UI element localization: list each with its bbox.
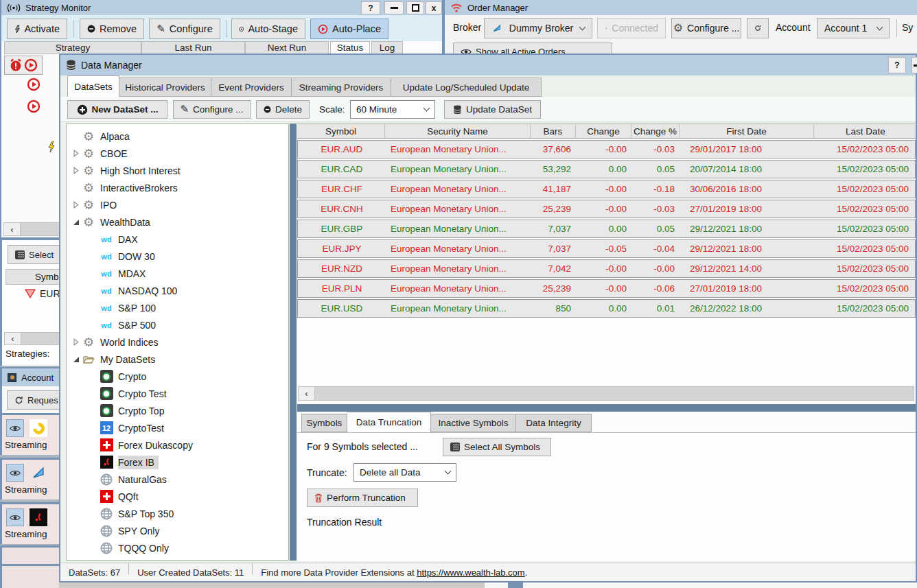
tree-item-cryptotest[interactable]: 12CryptoTest — [67, 419, 288, 436]
tree-item-crypto-top[interactable]: Crypto Top — [67, 402, 288, 419]
symbol-row[interactable]: EUR — [25, 288, 59, 299]
column-header-strategy[interactable]: Strategy — [4, 41, 141, 54]
scrollbar-track[interactable] — [315, 387, 914, 400]
symbol-row-eur-chf[interactable]: EUR.CHFEuropean Monetary Union...41,187-… — [297, 180, 916, 198]
maximize-button[interactable] — [406, 1, 424, 14]
scroll-left-icon[interactable]: ‹ — [5, 333, 21, 344]
select-all-symbols-button[interactable]: Select All Symbols — [443, 438, 551, 456]
request-button[interactable]: Reques — [7, 390, 59, 410]
scrollbar-track[interactable] — [21, 333, 59, 344]
expander-expanded-icon[interactable] — [71, 219, 82, 226]
tree-item-naturalgas[interactable]: NaturalGas — [67, 471, 288, 488]
tree-item-high-short-interest[interactable]: ⚙High Short Interest — [67, 162, 288, 179]
minimize-button[interactable] — [384, 1, 404, 14]
truncate-select[interactable]: Delete all Data — [353, 463, 456, 482]
tab-event-providers[interactable]: Event Providers — [211, 78, 292, 97]
tree-item-s-p-500[interactable]: wdS&P 500 — [67, 316, 288, 333]
tree-item-interactivebrokers[interactable]: ⚙InteractiveBrokers — [67, 179, 288, 196]
column-header-status[interactable]: Status — [330, 41, 370, 54]
dm-configure-button[interactable]: ✎ Configure ... — [173, 100, 251, 119]
tree-item-forex-ib[interactable]: Forex IB — [67, 454, 288, 471]
visibility-toggle[interactable] — [6, 419, 24, 437]
scroll-left-icon[interactable]: ‹ — [4, 223, 21, 235]
tree-item-wealthdata[interactable]: ⚙WealthData — [67, 213, 288, 231]
close-button[interactable]: x — [426, 1, 442, 14]
expander-expanded-icon[interactable] — [71, 356, 82, 363]
symbol-row-eur-cnh[interactable]: EUR.CNHEuropean Monetary Union...25,239-… — [297, 200, 916, 218]
tree-item-ipo[interactable]: ⚙IPO — [67, 196, 288, 213]
tab-streaming-providers[interactable]: Streaming Providers — [292, 78, 391, 97]
expander-collapsed-icon[interactable] — [71, 150, 82, 157]
tree-item-qqft[interactable]: QQft — [67, 488, 288, 505]
tree-item-crypto[interactable]: Crypto — [67, 368, 288, 385]
wealth-lab-link[interactable]: https://www.wealth-lab.com — [417, 567, 525, 578]
tree-item-spy-only[interactable]: SPY Only — [67, 522, 288, 539]
tab-update-log-scheduled-update[interactable]: Update Log/Scheduled Update — [391, 78, 542, 97]
horizontal-splitter[interactable] — [297, 404, 916, 412]
tree-item-s-p-top-350[interactable]: S&P Top 350 — [67, 505, 288, 522]
tab-datasets[interactable]: DataSets — [67, 75, 119, 97]
broker-select[interactable]: Dummy Broker — [484, 18, 592, 38]
auto-place-button[interactable]: Auto-Place — [310, 19, 388, 39]
column-header-log[interactable]: Log — [371, 41, 403, 54]
select-button[interactable]: Select — [8, 245, 59, 264]
symbol-row-eur-aud[interactable]: EUR.AUDEuropean Monetary Union...37,606-… — [297, 140, 916, 158]
tree-item-cboe[interactable]: ⚙CBOE — [67, 145, 288, 162]
table-horizontal-scrollbar[interactable]: ‹ — [298, 386, 914, 401]
symbol-row-eur-cad[interactable]: EUR.CADEuropean Monetary Union...53,2920… — [297, 160, 916, 178]
tab-data-integrity[interactable]: Data Integrity — [516, 414, 592, 432]
symbol-row-eur-nzd[interactable]: EUR.NZDEuropean Monetary Union...7,042-0… — [297, 259, 916, 278]
symbol-row-eur-gbp[interactable]: EUR.GBPEuropean Monetary Union...7,0370.… — [297, 220, 916, 238]
tree-item-tqqq-only[interactable]: TQQQ Only — [67, 539, 288, 556]
symbol-column-header[interactable]: Symb — [5, 269, 59, 285]
visibility-toggle[interactable] — [6, 464, 24, 482]
horizontal-scrollbar[interactable]: ‹ — [3, 222, 60, 236]
update-dataset-button[interactable]: Update DataSet — [444, 100, 541, 119]
column-header-next-run[interactable]: Next Run — [245, 41, 329, 54]
tab-symbols[interactable]: Symbols — [301, 414, 347, 432]
visibility-toggle[interactable] — [6, 508, 24, 526]
connected-button[interactable]: Connected — [597, 18, 666, 38]
remove-button[interactable]: Remove — [80, 19, 144, 39]
tree-item-s-p-100[interactable]: wdS&P 100 — [67, 299, 288, 316]
tree-item-dax[interactable]: wdDAX — [67, 231, 288, 248]
minimize-button[interactable] — [912, 57, 917, 73]
tab-inactive-symbols[interactable]: Inactive Symbols — [431, 414, 516, 432]
expander-collapsed-icon[interactable] — [71, 338, 82, 346]
account-select[interactable]: Account 1 — [817, 18, 890, 38]
configure-button[interactable]: ✎ Configure — [149, 19, 220, 39]
tree-item-dow-30[interactable]: wdDOW 30 — [67, 248, 288, 265]
expander-collapsed-icon[interactable] — [71, 167, 82, 174]
column-header-symbol[interactable]: Symbol — [297, 124, 385, 138]
activate-button[interactable]: Activate — [7, 19, 67, 39]
column-header-bars[interactable]: Bars — [531, 124, 576, 138]
help-button[interactable]: ? — [361, 1, 380, 14]
tree-item-my-datasets[interactable]: My DataSets — [67, 351, 288, 368]
symbol-row-eur-pln[interactable]: EUR.PLNEuropean Monetary Union...25,239-… — [297, 279, 916, 298]
tree-item-forex-dukascopy[interactable]: Forex Dukascopy — [67, 436, 288, 454]
horizontal-scrollbar[interactable]: ‹ — [4, 332, 59, 345]
tree-item-world-indices[interactable]: ⚙World Indices — [67, 333, 288, 351]
column-header-change[interactable]: Change — [576, 124, 631, 138]
symbol-row-eur-usd[interactable]: EUR.USDEuropean Monetary Union...8500.00… — [297, 299, 916, 318]
column-header-change[interactable]: Change % — [631, 124, 680, 138]
symbol-row-eur-jpy[interactable]: EUR.JPYEuropean Monetary Union...7,037-0… — [297, 239, 916, 258]
column-header-security-name[interactable]: Security Name — [385, 124, 531, 138]
help-button[interactable]: ? — [888, 57, 906, 73]
expander-collapsed-icon[interactable] — [71, 201, 82, 209]
column-header-last-date[interactable]: Last Date — [814, 124, 917, 138]
perform-truncation-button[interactable]: Perform Truncation — [307, 489, 418, 507]
om-configure-button[interactable]: ⚙ Configure ... — [671, 18, 741, 38]
tree-item-nasdaq-100[interactable]: wdNASDAQ 100 — [67, 282, 288, 299]
tree-item-alpaca[interactable]: ⚙Alpaca — [67, 128, 288, 145]
delete-button[interactable]: Delete — [256, 100, 310, 119]
scrollbar-track[interactable] — [21, 223, 59, 235]
tree-item-mdax[interactable]: wdMDAX — [67, 265, 288, 282]
new-dataset-button[interactable]: New DataSet ... — [67, 100, 167, 119]
scroll-left-icon[interactable]: ‹ — [299, 387, 315, 400]
refresh-button[interactable] — [747, 18, 769, 38]
vertical-splitter[interactable] — [290, 124, 297, 561]
scale-select[interactable]: 60 Minute — [350, 100, 435, 119]
auto-stage-button[interactable]: Auto-Stage — [231, 19, 305, 39]
tree-item-crypto-test[interactable]: Crypto Test — [67, 385, 288, 402]
